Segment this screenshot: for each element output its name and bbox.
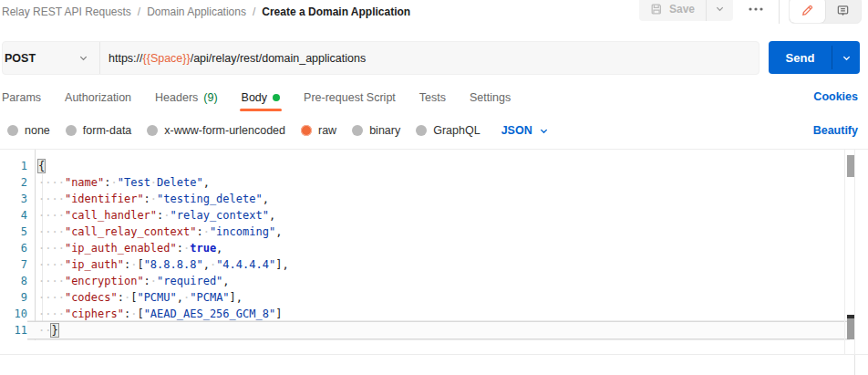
code-token: , <box>203 176 210 189</box>
code-line[interactable]: 5····"call_relay_context":·"incoming", <box>0 224 850 240</box>
code-line[interactable]: 3····"identifier":·"testing_delete", <box>0 191 850 207</box>
code-token: , <box>177 291 183 304</box>
code-token: "incoming" <box>210 225 275 238</box>
line-number: 4 <box>0 207 27 224</box>
code-token: : <box>118 291 124 304</box>
editor-scrollbar-thumb[interactable] <box>847 155 854 177</box>
send-options-button[interactable] <box>832 41 860 74</box>
tab-params[interactable]: Params <box>2 84 41 111</box>
code-token: "call_handler" <box>65 209 157 222</box>
tab-pre-request-script[interactable]: Pre-request Script <box>304 84 396 111</box>
comments-button[interactable] <box>825 0 861 23</box>
code-line[interactable]: 11··} <box>0 322 850 339</box>
tab-body[interactable]: Body <box>242 84 281 111</box>
code-token: "PCMA" <box>190 291 229 304</box>
code-token: , <box>222 275 229 287</box>
code-line-content: ····"ciphers":·["AEAD_AES_256_GCM_8"] <box>27 306 850 322</box>
code-token: , <box>203 258 210 271</box>
code-token: "name" <box>65 176 104 189</box>
code-line[interactable]: 7····"ip_auth":·["8.8.8.8",·"4.4.4.4"], <box>0 256 850 273</box>
code-token: "codecs" <box>65 291 118 304</box>
code-token: · <box>203 225 210 238</box>
code-line[interactable]: 10····"ciphers":·["AEAD_AES_256_GCM_8"] <box>0 306 850 322</box>
code-line[interactable]: 8····"encryption":·"required", <box>0 273 850 289</box>
code-token: · <box>150 275 157 287</box>
method-label: POST <box>5 52 36 65</box>
code-line[interactable]: 9····"codecs":·["PCMU",·"PCMA"], <box>0 289 850 306</box>
radio-binary[interactable]: binary <box>352 124 400 137</box>
code-token: ···· <box>38 176 65 189</box>
radio-none[interactable]: none <box>7 124 50 137</box>
code-line-content: ····"codecs":·["PCMU",·"PCMA"], <box>27 289 850 306</box>
code-token: "relay_context" <box>170 209 269 222</box>
code-token: · <box>150 193 157 205</box>
send-button-label: Send <box>786 51 815 65</box>
code-line[interactable]: 4····"call_handler":·"relay_context", <box>0 207 850 224</box>
code-token: "Test <box>118 176 150 189</box>
crumb-relay-rest-api-requests[interactable]: Relay REST API Requests <box>2 5 131 18</box>
request-builder-screen: Relay REST API Requests/Domain Applicati… <box>0 0 868 375</box>
header-actions: Save <box>639 0 862 24</box>
code-token: : <box>144 275 150 287</box>
chevron-down-icon <box>842 53 852 63</box>
code-token: : <box>177 242 183 255</box>
radio-x-www-form-urlencoded[interactable]: x-www-form-urlencoded <box>147 124 285 137</box>
tab-authorization[interactable]: Authorization <box>65 84 131 111</box>
page-scrollbar-thumb[interactable] <box>847 315 854 339</box>
code-line-content: ··} <box>27 322 850 339</box>
radio-label: raw <box>318 124 336 137</box>
body-editor[interactable]: 1{2····"name":·"Test·Delete",3····"ident… <box>0 149 868 355</box>
code-line-content: ····"ip_auth_enabled":·true, <box>27 240 850 256</box>
code-line[interactable]: 1{ <box>0 158 850 174</box>
radio-form-data[interactable]: form-data <box>66 124 132 137</box>
floppy-icon <box>650 3 663 16</box>
code-token: , <box>275 225 282 238</box>
format-select[interactable]: JSON <box>501 124 549 137</box>
line-number: 1 <box>0 158 27 174</box>
tab-label: Authorization <box>65 91 131 104</box>
code-lines: 1{2····"name":·"Test·Delete",3····"ident… <box>0 158 850 339</box>
cookies-link[interactable]: Cookies <box>813 90 858 103</box>
send-button[interactable]: Send <box>769 41 832 74</box>
code-token: "encryption" <box>65 275 144 287</box>
format-select-label: JSON <box>501 124 532 137</box>
radio-raw[interactable]: raw <box>301 124 336 137</box>
radio-dot-icon <box>301 125 312 136</box>
code-token: "call_relay_context" <box>65 225 197 238</box>
code-token: } <box>51 324 57 337</box>
tab-headers[interactable]: Headers(9) <box>155 84 218 111</box>
url-input[interactable]: https://{{Space}}/api/relay/rest/domain_… <box>100 42 759 74</box>
edit-mode-button[interactable] <box>790 0 825 23</box>
code-token: "ip_auth" <box>65 258 124 271</box>
radio-dot-icon <box>416 125 427 136</box>
code-token: , <box>216 242 222 255</box>
more-actions-button[interactable] <box>739 0 773 21</box>
code-line[interactable]: 6····"ip_auth_enabled":·true, <box>0 240 850 256</box>
active-tab-underline <box>240 109 283 111</box>
beautify-link[interactable]: Beautify <box>813 124 858 137</box>
radio-dot-icon <box>147 125 158 136</box>
line-number: 2 <box>0 174 27 191</box>
chevron-down-icon <box>78 53 88 63</box>
save-options-button[interactable] <box>707 0 733 21</box>
code-line[interactable]: 2····"name":·"Test·Delete", <box>0 174 850 191</box>
code-token: "ciphers" <box>65 307 124 320</box>
tab-settings[interactable]: Settings <box>470 84 511 111</box>
line-number: 11 <box>0 322 27 339</box>
tab-label: Pre-request Script <box>304 91 396 104</box>
breadcrumb-separator: / <box>138 5 140 18</box>
send-button-group: Send <box>769 41 860 74</box>
comment-icon <box>836 4 850 17</box>
radio-graphql[interactable]: GraphQL <box>416 124 480 137</box>
editor-scrollbar <box>844 149 855 355</box>
tab-label: Params <box>2 91 41 104</box>
save-button[interactable]: Save <box>639 0 706 21</box>
code-line-content: ····"name":·"Test·Delete", <box>27 174 850 191</box>
method-select[interactable]: POST <box>3 42 99 74</box>
tab-tests[interactable]: Tests <box>419 84 446 111</box>
crumb-domain-applications[interactable]: Domain Applications <box>147 5 246 18</box>
code-token: , <box>269 209 275 222</box>
breadcrumb: Relay REST API Requests/Domain Applicati… <box>2 5 410 18</box>
request-tabs: ParamsAuthorizationHeaders(9)BodyPre-req… <box>2 84 534 111</box>
crumb-create-a-domain-application[interactable]: Create a Domain Application <box>262 5 410 18</box>
